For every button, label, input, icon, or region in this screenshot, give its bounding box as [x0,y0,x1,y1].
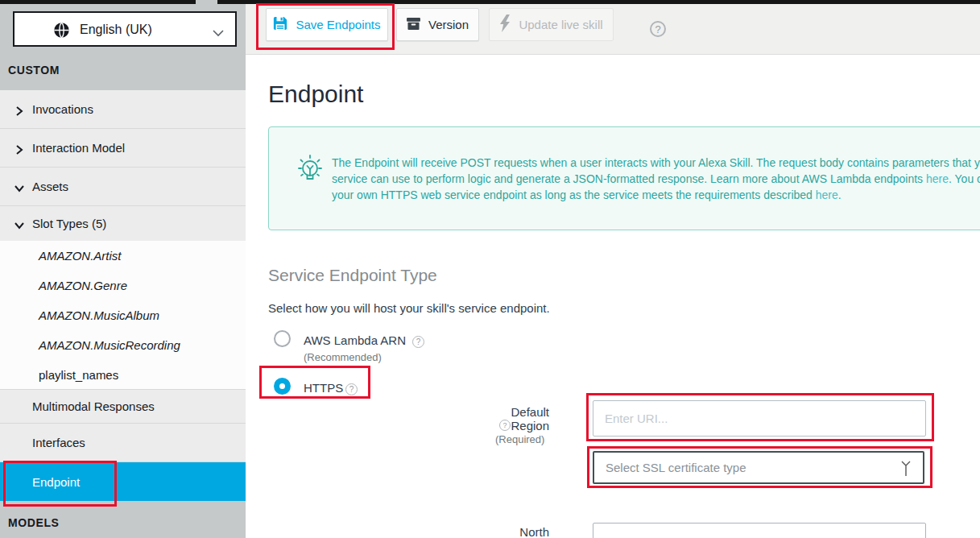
requirements-here-link[interactable]: here [816,188,838,201]
version-button[interactable]: Version [396,8,479,41]
sidebar-item-assets[interactable]: Assets [0,168,246,206]
uri-input[interactable] [593,400,926,437]
page-title: Endpoint [268,81,363,108]
language-selector[interactable]: English (UK) [13,11,237,47]
north-america-label: North America [477,525,549,538]
chevron-right-icon [14,105,24,114]
aws-lambda-arn-radio[interactable] [274,330,291,347]
sidebar-item-slot-types[interactable]: Slot Types (5) [0,206,246,241]
select-arrow-icon [900,459,912,478]
sidebar-nav: Invocations Interaction Model Assets Slo… [0,90,246,501]
chevron-down-icon [14,182,24,192]
required-label: (Required) [495,433,544,445]
section-heading: Service Endpoint Type [268,266,437,285]
section-header-models: MODELS [8,516,60,529]
save-endpoints-button[interactable]: Save Endpoints [266,8,388,41]
update-button-label: Update live skill [519,18,602,31]
slot-types-sublist: AMAZON.Artist AMAZON.Genre AMAZON.MusicA… [0,241,246,389]
save-icon [273,16,287,33]
sidebar-item-multimodal-responses[interactable]: Multimodal Responses [0,389,246,424]
sidebar: English (UK) CUSTOM Invocations Interact… [0,4,246,538]
globe-icon [53,22,70,39]
lightning-icon [499,14,511,35]
toolbar-help-icon[interactable]: ? [650,21,666,37]
default-region-help-icon[interactable]: ? [499,420,511,431]
lightbulb-icon [294,153,326,188]
sidebar-item-interaction-model[interactable]: Interaction Model [0,129,246,168]
save-button-label: Save Endpoints [296,18,380,31]
version-button-label: Version [428,18,469,31]
sidebar-item-amazon-musicrecording[interactable]: AMAZON.MusicRecording [0,330,246,360]
ssl-certificate-select[interactable]: Select SSL certificate type [593,451,924,484]
default-region-label: Default Region [477,405,549,432]
info-text: The Endpoint will receive POST requests … [332,155,980,203]
sidebar-item-amazon-genre[interactable]: AMAZON.Genre [0,271,246,300]
section-subtitle: Select how you will host your skill's se… [268,301,550,315]
aws-lambda-arn-label: AWS Lambda ARN [304,333,406,347]
update-live-skill-button[interactable]: Update live skill [489,8,614,41]
chevron-down-icon [213,26,224,33]
language-label: English (UK) [80,23,152,37]
chevron-down-icon [14,219,24,229]
lambda-help-icon[interactable]: ? [412,336,424,348]
sidebar-item-invocations[interactable]: Invocations [0,90,246,129]
https-help-icon[interactable]: ? [345,383,358,395]
ssl-select-placeholder: Select SSL certificate type [606,461,746,474]
sidebar-item-interfaces[interactable]: Interfaces [0,424,246,462]
recommended-label: (Recommended) [304,351,382,363]
lambda-endpoints-here-link[interactable]: here [926,172,949,185]
sidebar-item-amazon-musicalbum[interactable]: AMAZON.MusicAlbum [0,300,246,330]
sidebar-item-endpoint[interactable]: Endpoint [0,462,246,501]
north-america-input[interactable] [593,523,926,538]
https-radio[interactable] [274,378,291,395]
chevron-right-icon [14,143,24,153]
https-label: HTTPS [304,381,343,395]
sidebar-item-playlist-names[interactable]: playlist_names [0,360,246,389]
sidebar-item-amazon-artist[interactable]: AMAZON.Artist [0,241,246,271]
section-header-custom: CUSTOM [8,64,60,77]
version-icon [407,18,420,32]
